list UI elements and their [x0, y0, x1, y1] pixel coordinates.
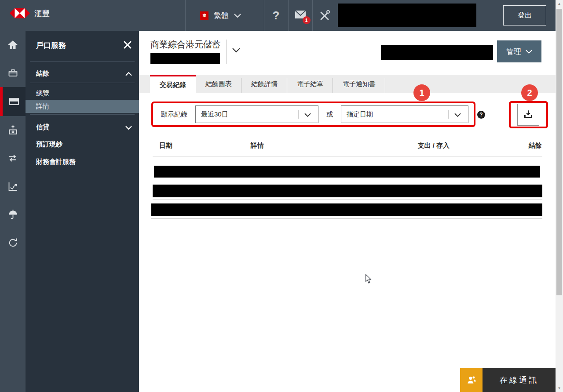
redacted-account-number	[150, 53, 220, 64]
divider	[153, 180, 542, 180]
column-header-paid-out-in: 支出 / 存入	[388, 142, 450, 150]
close-icon[interactable]	[123, 40, 132, 49]
chevron-down-icon	[232, 48, 240, 53]
messages-button[interactable]: 1	[288, 0, 312, 31]
filter-help-icon[interactable]: ?	[477, 111, 485, 119]
help-menu-button[interactable]: ?	[264, 0, 288, 31]
annotation-step-2: 2	[521, 84, 538, 101]
chevron-down-icon	[304, 111, 311, 118]
hk-flag-icon: ✽	[200, 11, 208, 20]
sidebar-item-label: 詳情	[36, 102, 49, 111]
sidebar-item-overview[interactable]: 總覽	[26, 87, 139, 100]
cash-deposit-icon	[7, 125, 18, 136]
sidebar-item-details[interactable]: 詳情	[26, 100, 139, 113]
chevron-down-icon	[526, 50, 532, 54]
panel-title: 戶口服務	[36, 40, 66, 51]
divider	[151, 218, 542, 219]
question-icon: ?	[273, 9, 280, 22]
column-header-details: 詳情	[251, 142, 264, 150]
sidebar-item-label: 預訂現鈔	[36, 140, 62, 149]
chevron-down-icon	[234, 14, 241, 18]
card-icon	[8, 96, 20, 107]
logout-button[interactable]: 登出	[503, 5, 546, 25]
tab-transactions[interactable]: 交易紀錄	[150, 75, 196, 93]
scrollbar-thumb[interactable]	[556, 9, 562, 295]
tab-label: 電子結單	[297, 80, 323, 88]
language-selector[interactable]: ✽ 繁體	[200, 0, 241, 31]
settings-button[interactable]	[312, 0, 337, 31]
divider	[30, 83, 135, 83]
rail-item-home[interactable]	[0, 31, 26, 59]
sidebar-item-accounting-services[interactable]: 財務會計服務	[26, 155, 139, 168]
chevron-up-icon	[125, 70, 132, 77]
account-services-panel: 戶口服務 結餘 總覽 詳情 信貸 預訂現鈔 財務會計服務	[26, 31, 139, 392]
sidebar-item-balances[interactable]: 結餘	[26, 67, 139, 80]
redacted-table-row	[154, 166, 540, 178]
tab-balance-details[interactable]: 結餘詳情	[241, 75, 287, 93]
date-range-value: 最近30日	[201, 110, 228, 119]
account-switcher-chevron[interactable]	[232, 47, 240, 54]
rail-item-deposits[interactable]	[0, 116, 26, 144]
rail-item-accounts[interactable]	[0, 87, 26, 116]
sidebar-item-label: 結餘	[36, 69, 49, 78]
specific-date-dropdown[interactable]: 指定日期	[341, 105, 468, 123]
date-range-dropdown[interactable]: 最近30日	[195, 105, 318, 123]
sidebar-item-label: 總覽	[36, 89, 49, 98]
tab-label: 交易紀錄	[160, 81, 186, 89]
tab-estatements[interactable]: 電子結單	[287, 75, 333, 93]
column-header-balance: 結餘	[498, 142, 542, 150]
divider	[226, 40, 227, 64]
divider	[30, 114, 135, 115]
annotation-box-2	[509, 101, 548, 128]
home-icon	[7, 40, 18, 50]
chat-people-icon	[460, 368, 483, 392]
account-name: 商業綜合港元儲蓄	[150, 39, 221, 51]
tab-label: 結餘詳情	[251, 80, 278, 88]
manage-label: 管理	[506, 47, 521, 57]
tab-label: 結餘圖表	[205, 80, 232, 88]
chevron-down-icon	[125, 123, 132, 131]
hsbc-logo[interactable]: 滙豐	[10, 8, 50, 18]
rail-item-transfers[interactable]	[0, 144, 26, 172]
notification-badge: 1	[303, 16, 311, 24]
or-label: 或	[326, 110, 333, 119]
column-header-date: 日期	[159, 142, 172, 150]
nav-icon-rail	[0, 31, 26, 392]
annotation-box-1: 顯示紀錄 最近30日 或 指定日期	[151, 102, 475, 127]
sidebar-item-label: 信貸	[36, 123, 49, 131]
sidebar-item-order-cash[interactable]: 預訂現鈔	[26, 138, 139, 151]
rail-item-investments[interactable]	[0, 172, 26, 200]
chevron-down-icon	[454, 111, 461, 118]
annotation-step-1: 1	[413, 84, 430, 101]
refresh-icon	[7, 237, 18, 248]
briefcase-icon	[7, 68, 18, 78]
mail-icon: 1	[295, 10, 306, 21]
manage-button[interactable]: 管理	[497, 40, 541, 62]
redacted-table-row	[153, 185, 542, 197]
scroll-up-arrow[interactable]: ▲	[556, 0, 563, 7]
tab-balance-chart[interactable]: 結餘圖表	[196, 75, 241, 93]
main-content: 商業綜合港元儲蓄 管理 交易紀錄 結餘圖表 結餘詳情 電子結單 電子通知書 顯示…	[139, 31, 556, 392]
divider	[153, 156, 542, 156]
language-label: 繁體	[214, 11, 229, 21]
redacted-balance	[381, 45, 493, 60]
redacted-table-row	[151, 203, 542, 216]
sidebar-item-credit[interactable]: 信貸	[26, 120, 139, 134]
tab-eadvices[interactable]: 電子通知書	[333, 75, 385, 93]
rail-item-refresh[interactable]	[0, 229, 26, 257]
umbrella-icon	[7, 209, 18, 220]
vertical-scrollbar[interactable]: ▲ ▼	[556, 0, 563, 392]
live-chat-button[interactable]: 在線通訊	[460, 368, 556, 392]
tab-bar: 交易紀錄 結餘圖表 結餘詳情 電子結單 電子通知書	[139, 75, 556, 93]
transfer-icon	[7, 153, 18, 163]
filter-label: 顯示紀錄	[161, 110, 187, 119]
divider	[153, 200, 542, 200]
rail-item-products[interactable]	[0, 59, 26, 87]
chart-icon	[7, 181, 18, 192]
rail-item-insurance[interactable]	[0, 200, 26, 229]
divider	[30, 61, 135, 62]
scroll-down-arrow[interactable]: ▼	[556, 385, 563, 392]
top-header: 滙豐 ✽ 繁體 ? 1 登出	[0, 0, 563, 31]
tab-label: 電子通知書	[343, 80, 376, 88]
hsbc-hexagon-icon	[10, 8, 30, 18]
